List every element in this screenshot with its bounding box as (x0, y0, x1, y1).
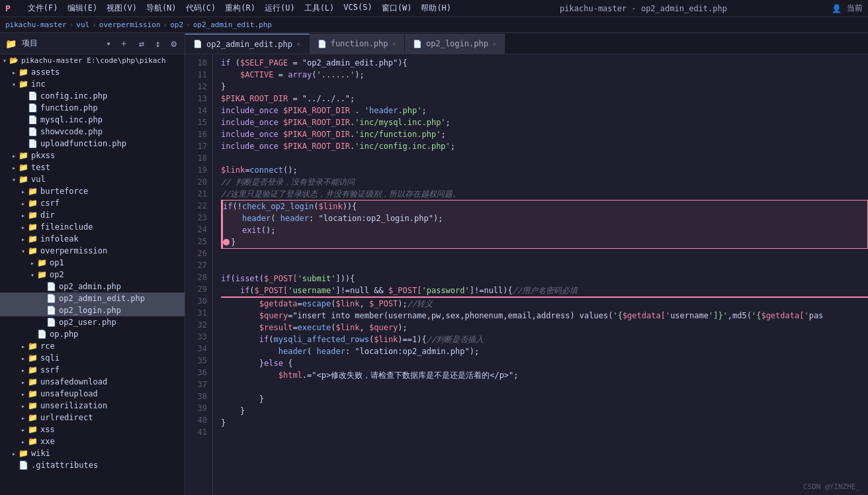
menu-item[interactable]: 文件(F) (24, 1, 62, 15)
folder-icon: 📁 (28, 222, 38, 232)
sidebar-file-item[interactable]: 📄op2_user.php (0, 316, 185, 328)
sidebar-folder-item[interactable]: ▸📁unsafeupload (0, 388, 185, 400)
sidebar-folder-item[interactable]: ▸📁assets (0, 66, 185, 78)
tab-file-icon: 📄 (193, 40, 202, 48)
sidebar-folder-item[interactable]: ▸📁csrf (0, 197, 185, 209)
line-number: 40 (185, 414, 212, 426)
code-text: include_once $PIKA_ROOT_DIR.'inc/functio… (221, 128, 446, 140)
sidebar-file-item[interactable]: 📄function.php (0, 102, 185, 114)
sidebar-folder-item[interactable]: ▸📁ssrf (0, 364, 185, 376)
sidebar-folder-item[interactable]: ▸📁urlredirect (0, 412, 185, 424)
editor-tab[interactable]: 📄op2_login.php✕ (405, 34, 505, 54)
tab-close-button[interactable]: ✕ (392, 40, 396, 48)
tree-item-label: inc (31, 79, 46, 89)
tree-item-label: burteforce (40, 187, 88, 196)
sidebar-file-item[interactable]: 📄op2_login.php (0, 304, 185, 316)
menu-item[interactable]: 导航(N) (142, 1, 181, 15)
tree-item-label: op2_admin_edit.php (59, 294, 145, 303)
code-line: header( header: "location:op2_login.php"… (221, 212, 868, 224)
menu-item[interactable]: 运行(U) (261, 1, 299, 15)
sidebar-folder-item[interactable]: ▸📁pkxss (0, 150, 185, 161)
menu-item[interactable]: VCS(S) (339, 1, 376, 15)
sidebar-folder-item[interactable]: ▾📁inc (0, 78, 185, 90)
code-editor[interactable]: 1011121314151617181920212223242526272829… (185, 54, 868, 495)
line-number: 33 (185, 331, 212, 343)
tree-item-label: unsafedownload (40, 377, 107, 386)
file-icon: 📄 (46, 318, 56, 327)
breadcrumb-part[interactable]: pikachu-master (5, 21, 67, 29)
editor-area: 📄op2_admin_edit.php✕📄function.php✕📄op2_l… (185, 33, 868, 495)
sidebar-folder-item[interactable]: ▸📁sqli (0, 352, 185, 364)
tree-item-label: pikachu-master E:\code\php\pikach (21, 56, 166, 65)
tree-item-label: vul (31, 175, 46, 184)
sidebar-folder-item[interactable]: ▾📁vul (0, 173, 185, 185)
sidebar-expand-icon[interactable]: ↕ (152, 37, 163, 50)
tree-item-label: xss (40, 425, 55, 434)
breadcrumb-part[interactable]: vul (76, 21, 89, 29)
breadcrumb-part[interactable]: overpermission (99, 21, 161, 29)
menu-item[interactable]: 代码(C) (182, 1, 220, 15)
tree-item-label: function.php (40, 103, 98, 112)
sidebar-folder-item[interactable]: ▸📁fileinclude (0, 221, 185, 233)
breadcrumb-part[interactable]: op2_admin_edit.php (193, 21, 272, 29)
code-text: } (221, 405, 245, 417)
editor-tab[interactable]: 📄function.php✕ (310, 34, 405, 54)
tree-item-label: xxe (40, 437, 55, 446)
code-line: $html.="<p>修改失败，请检查下数据库是不是还是活着的</p>"; (221, 369, 868, 381)
sidebar-add-icon[interactable]: ＋ (116, 36, 131, 51)
menu-item[interactable]: 帮助(H) (417, 1, 455, 15)
file-icon: 📄 (46, 282, 56, 291)
sidebar-folder-item[interactable]: ▸📁test (0, 161, 185, 173)
sidebar-folder-item[interactable]: ▸📁burteforce (0, 185, 185, 197)
sidebar-folder-item[interactable]: ▸📁dir (0, 209, 185, 221)
code-line: if(mysqli_affected_rows($link)==1){//判断是… (221, 334, 868, 345)
sidebar-file-item[interactable]: 📄op2_admin_edit.php (0, 292, 185, 304)
sidebar-folder-item[interactable]: ▾📁overpermission (0, 245, 185, 257)
file-icon: 📄 (28, 139, 38, 148)
line-number: 36 (185, 367, 212, 379)
tree-item-label: op2_login.php (59, 306, 121, 315)
sidebar-dropdown-icon[interactable]: ▾ (106, 39, 110, 48)
sidebar-file-item[interactable]: 📄mysql.inc.php (0, 114, 185, 126)
sidebar-folder-item[interactable]: ▾📁op2 (0, 269, 185, 281)
tree-item-label: op2_user.php (59, 318, 116, 327)
sidebar-folder-item[interactable]: ▸📁xss (0, 424, 185, 435)
sidebar-folder-item[interactable]: ▸📁wiki (0, 447, 185, 459)
sidebar-file-item[interactable]: 📄uploadfunction.php (0, 138, 185, 150)
line-number: 28 (185, 271, 212, 283)
line-number: 13 (185, 93, 212, 105)
sidebar-folder-item[interactable]: ▸📁rce (0, 340, 185, 352)
code-line (221, 429, 868, 441)
sidebar-folder-item[interactable]: ▸📁xxe (0, 435, 185, 447)
sidebar-file-item[interactable]: 📄config.inc.php (0, 90, 185, 102)
sidebar-folder-item[interactable]: ▸📁unsafedownload (0, 376, 185, 388)
sidebar-folder-item[interactable]: ▸📁unserilization (0, 400, 185, 412)
menu-item[interactable]: 编辑(E) (64, 1, 102, 15)
sidebar-file-item[interactable]: 📄op2_admin.php (0, 281, 185, 292)
menu-item[interactable]: 视图(V) (103, 1, 141, 15)
sidebar-file-item[interactable]: ▾📂pikachu-master E:\code\php\pikach (0, 54, 185, 66)
sidebar-file-item[interactable]: 📄op.php (0, 328, 185, 340)
sidebar-file-item[interactable]: 📄showvcode.php (0, 126, 185, 138)
tab-close-button[interactable]: ✕ (492, 40, 497, 48)
folder-icon: 📁 (28, 389, 38, 398)
menu-item[interactable]: 工具(L) (300, 1, 339, 15)
menu-item[interactable]: 窗口(W) (378, 1, 416, 15)
editor-tab[interactable]: 📄op2_admin_edit.php✕ (185, 34, 310, 54)
sidebar-folder-item[interactable]: ▸📁op1 (0, 257, 185, 269)
menu-item[interactable]: 重构(R) (221, 1, 259, 15)
code-line: if ($SELF_PAGE = "op2_admin_edit.php"){ (221, 57, 868, 69)
sidebar-file-item[interactable]: 📄.gitattributes (0, 459, 185, 471)
line-number: 30 (185, 295, 212, 307)
menu-bar[interactable]: 文件(F)编辑(E)视图(V)导航(N)代码(C)重构(R)运行(U)工具(L)… (24, 1, 455, 15)
tree-item-label: overpermission (40, 246, 107, 255)
tree-item-label: config.inc.php (40, 91, 107, 101)
folder-icon: 📁 (19, 163, 28, 172)
tab-close-button[interactable]: ✕ (296, 40, 301, 48)
breadcrumb-part[interactable]: op2 (170, 21, 183, 29)
folder-icon: 📁 (28, 437, 38, 446)
sidebar-gear-icon[interactable]: ⚙ (169, 37, 179, 50)
sidebar-sync-icon[interactable]: ⇄ (136, 37, 147, 50)
line-number: 27 (185, 259, 212, 271)
sidebar-folder-item[interactable]: ▸📁infoleak (0, 233, 185, 245)
